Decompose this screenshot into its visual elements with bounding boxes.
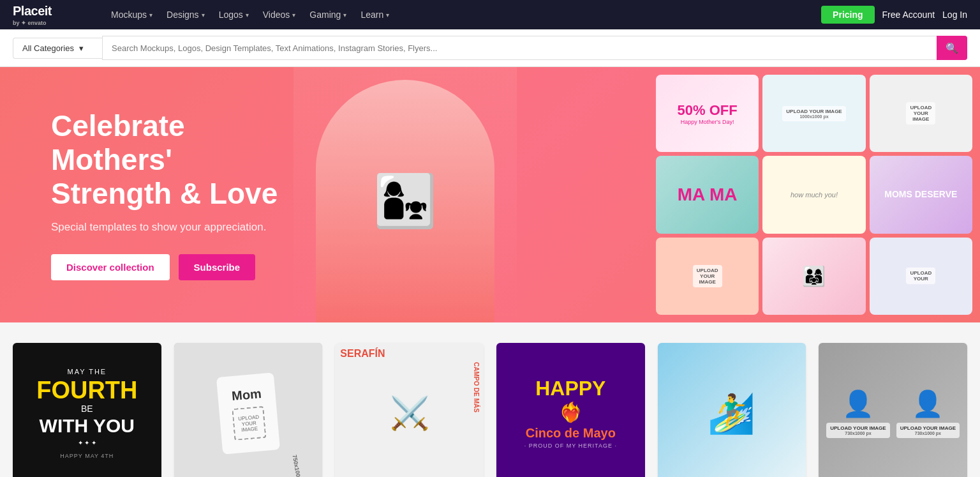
hero-content: Celebrate Mothers' Strength & Love Speci… <box>0 84 351 306</box>
navbar: Placeit by ✦ envato Mockups ▾ Designs ▾ … <box>0 0 980 29</box>
card-mom-content: Mom UPLOAD YOUR IMAGE 750x1000 <box>174 343 323 477</box>
hero-card-moms: MOMS DESERVE <box>870 156 972 233</box>
nav-designs[interactable]: Designs ▾ <box>160 6 211 24</box>
collection-item-cinco[interactable]: HAPPY ❤️‍🔥 Cinco de Mayo · PROUD OF MY H… <box>496 343 645 477</box>
nav-menu: Mockups ▾ Designs ▾ Logos ▾ Videos ▾ Gam… <box>105 6 806 24</box>
designs-chevron-icon: ▾ <box>202 11 205 19</box>
gaming-chevron-icon: ▾ <box>343 11 346 19</box>
nav-learn-label: Learn <box>360 10 383 20</box>
hero-template-grid: 50% OFF Happy Mother's Day! UPLOAD YOUR … <box>648 67 980 322</box>
hero-card-upload-1: UPLOAD YOUR IMAGE 1000x1000 px <box>762 75 865 152</box>
hero-buttons: Discover collection Subscribe <box>51 254 300 280</box>
category-label: All Categories <box>22 43 74 53</box>
card-y2k-content: 👤 UPLOAD YOUR IMAGE 730x1000 px 👤 UPLOAD… <box>819 343 967 477</box>
collection-grid: MAY THE FOURTH BE WITH YOU ✦ ✦ ✦ HAPPY M… <box>13 343 967 477</box>
card-may4-content: MAY THE FOURTH BE WITH YOU ✦ ✦ ✦ HAPPY M… <box>24 343 150 477</box>
collection-section: MAY THE FOURTH BE WITH YOU ✦ ✦ ✦ HAPPY M… <box>0 322 980 477</box>
serafin-title: SERAFÍN <box>340 348 385 360</box>
discover-collection-button[interactable]: Discover collection <box>51 254 170 280</box>
collection-item-y2k[interactable]: 👤 UPLOAD YOUR IMAGE 730x1000 px 👤 UPLOAD… <box>819 343 967 477</box>
search-bar: All Categories ▾ 🔍 <box>0 29 980 67</box>
nav-mockups-label: Mockups <box>111 10 147 20</box>
hero-card-howmuch: how much you! <box>762 156 865 233</box>
hero-card-couple: 👨‍👩‍👧 <box>762 238 865 315</box>
category-chevron-icon: ▾ <box>79 43 84 53</box>
logo[interactable]: Placeit by ✦ envato <box>13 4 89 26</box>
hero-subtitle: Special templates to show your appreciat… <box>51 221 300 234</box>
nav-learn[interactable]: Learn ▾ <box>354 6 396 24</box>
hero-card-upload-4: UPLOADYOUR <box>870 238 972 315</box>
mockups-chevron-icon: ▾ <box>149 11 152 19</box>
card-swim-content: 🏄‍♂️ <box>658 343 806 477</box>
hero-card-discount: 50% OFF Happy Mother's Day! <box>656 75 759 152</box>
login-button[interactable]: Log In <box>942 10 967 20</box>
nav-gaming[interactable]: Gaming ▾ <box>303 6 353 24</box>
free-account-button[interactable]: Free Account <box>882 10 935 20</box>
learn-chevron-icon: ▾ <box>386 11 389 19</box>
videos-chevron-icon: ▾ <box>292 11 295 19</box>
nav-videos[interactable]: Videos ▾ <box>256 6 302 24</box>
collection-item-may4[interactable]: MAY THE FOURTH BE WITH YOU ✦ ✦ ✦ HAPPY M… <box>13 343 161 477</box>
nav-logos-label: Logos <box>219 10 243 20</box>
logo-text: Placeit <box>13 4 52 19</box>
nav-right: Pricing Free Account Log In <box>821 6 967 24</box>
hero-card-upload-3: UPLOADYOURIMAGE <box>656 238 759 315</box>
nav-designs-label: Designs <box>167 10 199 20</box>
nav-videos-label: Videos <box>263 10 290 20</box>
nav-mockups[interactable]: Mockups ▾ <box>105 6 159 24</box>
collection-item-swim[interactable]: 🏄‍♂️ 219 Swimwear Mockups <box>658 343 806 477</box>
subscribe-button[interactable]: Subscribe <box>179 254 256 280</box>
hero-title: Celebrate Mothers' Strength & Love <box>51 109 300 211</box>
search-input[interactable] <box>102 36 937 60</box>
card-serafin-content: ⚔️ <box>335 343 484 477</box>
pricing-button[interactable]: Pricing <box>821 6 874 24</box>
search-icon: 🔍 <box>946 42 958 54</box>
hero-banner: 🌿 🌸 👩‍👧 50% OFF Happy Mother's Day! UPLO… <box>0 67 980 322</box>
logos-chevron-icon: ▾ <box>246 11 249 19</box>
search-button[interactable]: 🔍 <box>937 36 967 60</box>
collection-item-moms[interactable]: Mom UPLOAD YOUR IMAGE 750x1000 773 Mothe… <box>174 343 323 477</box>
hero-card-mama: MA MA <box>656 156 759 233</box>
logo-by: by ✦ envato <box>13 20 52 26</box>
nav-gaming-label: Gaming <box>309 10 341 20</box>
card-cinco-content: HAPPY ❤️‍🔥 Cinco de Mayo · PROUD OF MY H… <box>518 343 623 477</box>
collection-item-creators[interactable]: SERAFÍN ⚔️ CAMPO DE MÁS 98 Creators' Pic… <box>335 343 484 477</box>
hero-card-upload-2: UPLOADYOURIMAGE <box>870 75 972 152</box>
nav-logos[interactable]: Logos ▾ <box>212 6 255 24</box>
category-dropdown[interactable]: All Categories ▾ <box>13 38 102 59</box>
